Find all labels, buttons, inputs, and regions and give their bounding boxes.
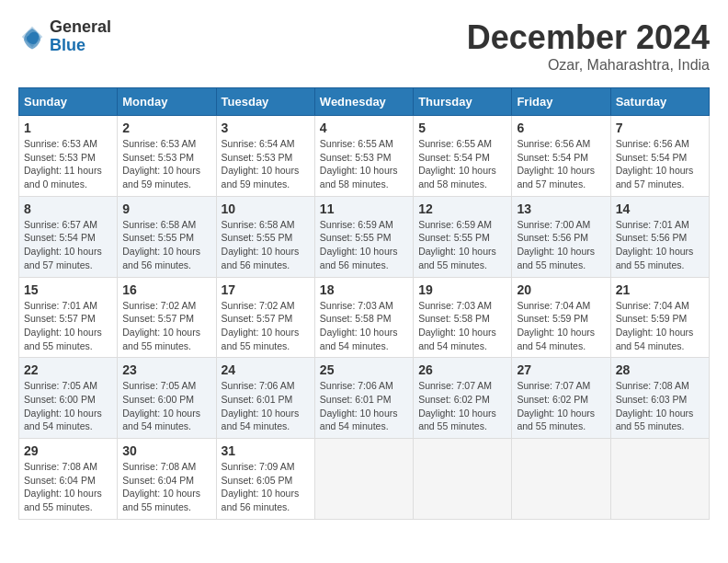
- month-year-title: December 2024: [467, 18, 710, 57]
- day-number: 10: [222, 201, 310, 216]
- day-number: 22: [24, 362, 112, 377]
- calendar-body: 1Sunrise: 6:53 AM Sunset: 5:53 PM Daylig…: [19, 116, 710, 520]
- day-number: 14: [616, 201, 704, 216]
- calendar-week-row: 22Sunrise: 7:05 AM Sunset: 6:00 PM Dayli…: [19, 358, 710, 439]
- calendar-cell: [512, 439, 610, 520]
- day-number: 21: [616, 282, 704, 297]
- col-sunday: Sunday: [19, 88, 118, 116]
- day-info: Sunrise: 6:53 AM Sunset: 5:53 PM Dayligh…: [24, 137, 112, 191]
- day-number: 3: [222, 121, 310, 135]
- calendar-week-row: 29Sunrise: 7:08 AM Sunset: 6:04 PM Dayli…: [19, 439, 710, 520]
- day-info: Sunrise: 7:03 AM Sunset: 5:58 PM Dayligh…: [418, 299, 506, 353]
- calendar-cell: 23Sunrise: 7:05 AM Sunset: 6:00 PM Dayli…: [118, 358, 216, 439]
- logo-icon: [18, 23, 46, 51]
- day-number: 7: [616, 121, 704, 135]
- calendar-cell: 16Sunrise: 7:02 AM Sunset: 5:57 PM Dayli…: [118, 277, 216, 358]
- day-info: Sunrise: 7:08 AM Sunset: 6:03 PM Dayligh…: [616, 379, 704, 433]
- calendar-cell: 27Sunrise: 7:07 AM Sunset: 6:02 PM Dayli…: [512, 358, 610, 439]
- calendar-cell: 25Sunrise: 7:06 AM Sunset: 6:01 PM Dayli…: [314, 358, 413, 439]
- calendar-cell: 12Sunrise: 6:59 AM Sunset: 5:55 PM Dayli…: [414, 196, 512, 277]
- calendar-header: Sunday Monday Tuesday Wednesday Thursday…: [19, 88, 710, 116]
- day-info: Sunrise: 7:02 AM Sunset: 5:57 PM Dayligh…: [222, 299, 310, 353]
- calendar-cell: 11Sunrise: 6:59 AM Sunset: 5:55 PM Dayli…: [314, 196, 413, 277]
- calendar-cell: 9Sunrise: 6:58 AM Sunset: 5:55 PM Daylig…: [118, 196, 216, 277]
- day-number: 19: [418, 282, 506, 297]
- day-info: Sunrise: 7:08 AM Sunset: 6:04 PM Dayligh…: [122, 460, 210, 514]
- calendar-week-row: 8Sunrise: 6:57 AM Sunset: 5:54 PM Daylig…: [19, 196, 710, 277]
- day-info: Sunrise: 7:09 AM Sunset: 6:05 PM Dayligh…: [222, 460, 310, 514]
- day-info: Sunrise: 6:56 AM Sunset: 5:54 PM Dayligh…: [517, 137, 605, 191]
- calendar-cell: 1Sunrise: 6:53 AM Sunset: 5:53 PM Daylig…: [19, 116, 118, 197]
- day-info: Sunrise: 7:01 AM Sunset: 5:56 PM Dayligh…: [616, 218, 704, 272]
- calendar-cell: 19Sunrise: 7:03 AM Sunset: 5:58 PM Dayli…: [414, 277, 512, 358]
- day-info: Sunrise: 7:02 AM Sunset: 5:57 PM Dayligh…: [122, 299, 210, 353]
- day-number: 12: [418, 201, 506, 216]
- calendar-cell: [314, 439, 413, 520]
- day-info: Sunrise: 7:06 AM Sunset: 6:01 PM Dayligh…: [222, 379, 310, 433]
- day-info: Sunrise: 7:07 AM Sunset: 6:02 PM Dayligh…: [517, 379, 605, 433]
- calendar-week-row: 1Sunrise: 6:53 AM Sunset: 5:53 PM Daylig…: [19, 116, 710, 197]
- day-info: Sunrise: 6:57 AM Sunset: 5:54 PM Dayligh…: [24, 218, 112, 272]
- logo-general: General: [50, 18, 111, 37]
- day-number: 9: [122, 201, 210, 216]
- day-number: 6: [517, 121, 605, 135]
- calendar-cell: 20Sunrise: 7:04 AM Sunset: 5:59 PM Dayli…: [512, 277, 610, 358]
- header-row: Sunday Monday Tuesday Wednesday Thursday…: [19, 88, 710, 116]
- day-number: 2: [122, 121, 210, 135]
- col-tuesday: Tuesday: [216, 88, 314, 116]
- calendar-cell: 10Sunrise: 6:58 AM Sunset: 5:55 PM Dayli…: [216, 196, 314, 277]
- day-info: Sunrise: 6:55 AM Sunset: 5:54 PM Dayligh…: [418, 137, 506, 191]
- calendar-cell: 14Sunrise: 7:01 AM Sunset: 5:56 PM Dayli…: [610, 196, 709, 277]
- day-info: Sunrise: 7:04 AM Sunset: 5:59 PM Dayligh…: [517, 299, 605, 353]
- calendar-cell: 26Sunrise: 7:07 AM Sunset: 6:02 PM Dayli…: [414, 358, 512, 439]
- calendar-table: Sunday Monday Tuesday Wednesday Thursday…: [18, 87, 710, 520]
- day-info: Sunrise: 6:59 AM Sunset: 5:55 PM Dayligh…: [320, 218, 408, 272]
- day-info: Sunrise: 6:58 AM Sunset: 5:55 PM Dayligh…: [222, 218, 310, 272]
- logo-text: General Blue: [50, 18, 111, 55]
- day-number: 24: [222, 362, 310, 377]
- day-info: Sunrise: 7:05 AM Sunset: 6:00 PM Dayligh…: [24, 379, 112, 433]
- calendar-cell: 6Sunrise: 6:56 AM Sunset: 5:54 PM Daylig…: [512, 116, 610, 197]
- col-monday: Monday: [118, 88, 216, 116]
- day-info: Sunrise: 6:58 AM Sunset: 5:55 PM Dayligh…: [122, 218, 210, 272]
- col-wednesday: Wednesday: [314, 88, 413, 116]
- day-number: 13: [517, 201, 605, 216]
- calendar-cell: 18Sunrise: 7:03 AM Sunset: 5:58 PM Dayli…: [314, 277, 413, 358]
- day-number: 17: [222, 282, 310, 297]
- day-number: 31: [222, 443, 310, 458]
- col-friday: Friday: [512, 88, 610, 116]
- day-number: 18: [320, 282, 408, 297]
- day-number: 30: [122, 443, 210, 458]
- calendar-cell: [610, 439, 709, 520]
- day-info: Sunrise: 7:07 AM Sunset: 6:02 PM Dayligh…: [418, 379, 506, 433]
- calendar-cell: 31Sunrise: 7:09 AM Sunset: 6:05 PM Dayli…: [216, 439, 314, 520]
- calendar-cell: [414, 439, 512, 520]
- day-info: Sunrise: 6:59 AM Sunset: 5:55 PM Dayligh…: [418, 218, 506, 272]
- day-number: 1: [24, 121, 112, 135]
- day-number: 29: [24, 443, 112, 458]
- calendar-cell: 8Sunrise: 6:57 AM Sunset: 5:54 PM Daylig…: [19, 196, 118, 277]
- calendar-cell: 13Sunrise: 7:00 AM Sunset: 5:56 PM Dayli…: [512, 196, 610, 277]
- day-info: Sunrise: 7:03 AM Sunset: 5:58 PM Dayligh…: [320, 299, 408, 353]
- day-number: 26: [418, 362, 506, 377]
- day-info: Sunrise: 7:06 AM Sunset: 6:01 PM Dayligh…: [320, 379, 408, 433]
- calendar-cell: 4Sunrise: 6:55 AM Sunset: 5:53 PM Daylig…: [314, 116, 413, 197]
- calendar-cell: 21Sunrise: 7:04 AM Sunset: 5:59 PM Dayli…: [610, 277, 709, 358]
- day-number: 4: [320, 121, 408, 135]
- calendar-cell: 7Sunrise: 6:56 AM Sunset: 5:54 PM Daylig…: [610, 116, 709, 197]
- logo-blue: Blue: [50, 37, 111, 55]
- calendar-cell: 2Sunrise: 6:53 AM Sunset: 5:53 PM Daylig…: [118, 116, 216, 197]
- calendar-cell: 22Sunrise: 7:05 AM Sunset: 6:00 PM Dayli…: [19, 358, 118, 439]
- day-info: Sunrise: 6:56 AM Sunset: 5:54 PM Dayligh…: [616, 137, 704, 191]
- day-info: Sunrise: 6:55 AM Sunset: 5:53 PM Dayligh…: [320, 137, 408, 191]
- day-number: 23: [122, 362, 210, 377]
- calendar-cell: 28Sunrise: 7:08 AM Sunset: 6:03 PM Dayli…: [610, 358, 709, 439]
- location-title: Ozar, Maharashtra, India: [467, 57, 710, 74]
- day-info: Sunrise: 7:01 AM Sunset: 5:57 PM Dayligh…: [24, 299, 112, 353]
- day-number: 25: [320, 362, 408, 377]
- day-number: 15: [24, 282, 112, 297]
- day-number: 16: [122, 282, 210, 297]
- day-number: 27: [517, 362, 605, 377]
- calendar-cell: 5Sunrise: 6:55 AM Sunset: 5:54 PM Daylig…: [414, 116, 512, 197]
- col-saturday: Saturday: [610, 88, 709, 116]
